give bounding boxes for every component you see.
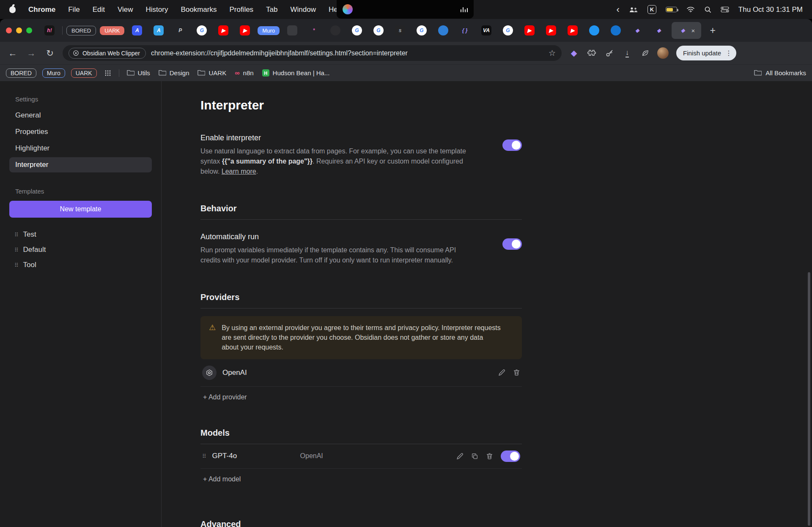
url-text[interactable]: chrome-extension://cnjifjpddelmedmihgije… [151, 49, 543, 57]
template-item[interactable]: ⠿ Test [9, 227, 152, 242]
tab[interactable]: ◆ [628, 22, 646, 39]
bookmark-group-chip[interactable]: UARK [71, 68, 97, 78]
enable-interpreter-toggle[interactable] [502, 139, 522, 151]
menubar-app-name[interactable]: Chrome [28, 5, 55, 14]
browser-menu-icon[interactable]: ⋮ [725, 49, 732, 57]
tab-close-icon[interactable]: × [691, 27, 695, 34]
tab[interactable] [62, 26, 63, 35]
menubar-item[interactable]: File [68, 5, 80, 14]
tab[interactable]: ▶ [236, 22, 254, 39]
bookmark-item[interactable]: Utils [127, 69, 150, 77]
minimize-window-button[interactable] [16, 27, 22, 33]
keyboard-app-icon[interactable]: K [647, 5, 656, 14]
chevron-left-icon[interactable]: ‹ [617, 5, 620, 14]
apple-logo-icon[interactable] [9, 6, 16, 13]
menubar-clock[interactable]: Thu Oct 30 1:31 PM [738, 5, 803, 14]
menubar-item[interactable]: Edit [93, 5, 105, 14]
new-template-button[interactable]: New template [9, 201, 152, 218]
menubar-item[interactable]: Window [291, 5, 316, 14]
drag-handle-icon[interactable]: ⠿ [202, 453, 206, 459]
tab[interactable] [585, 22, 603, 39]
tab[interactable]: ◆ [650, 22, 668, 39]
bookmark-item[interactable]: UARK [198, 69, 226, 77]
sidebar-nav-item[interactable]: Highlighter [9, 141, 152, 156]
add-model-button[interactable]: + Add model [203, 475, 241, 483]
control-center-icon[interactable] [721, 6, 729, 13]
bookmark-group-chip[interactable]: Muro [42, 68, 65, 78]
automatically-run-toggle[interactable] [502, 238, 522, 250]
extension-chip[interactable]: Obsidian Web Clipper [69, 48, 146, 59]
tab[interactable]: ▶ [214, 22, 232, 39]
tab[interactable]: G [193, 22, 211, 39]
tab[interactable]: * [305, 22, 323, 39]
menubar-item[interactable]: Bookmarks [181, 5, 217, 14]
add-provider-button[interactable]: + Add provider [203, 393, 247, 401]
tab[interactable] [326, 22, 344, 39]
reload-button[interactable]: ↻ [44, 48, 56, 58]
menubar-item[interactable]: Tab [266, 5, 277, 14]
tab[interactable]: VA [477, 22, 495, 39]
tab[interactable]: BORED [66, 22, 96, 39]
profile-avatar[interactable] [657, 47, 669, 59]
tab-group-label[interactable]: Muro [258, 26, 280, 35]
tab[interactable]: ▶ [564, 22, 582, 39]
tab[interactable]: G [413, 22, 431, 39]
tab[interactable]: G [370, 22, 387, 39]
bookmark-item[interactable]: H Hudson Bean | Ha... [262, 69, 330, 76]
menubar-item[interactable]: View [118, 5, 133, 14]
tab[interactable] [434, 22, 452, 39]
menubar-app-icon[interactable] [343, 4, 353, 14]
all-bookmarks[interactable]: All Bookmarks [754, 69, 806, 77]
template-item[interactable]: ⠿ Default [9, 242, 152, 257]
tab[interactable]: P [171, 22, 189, 39]
address-bar[interactable]: Obsidian Web Clipper chrome-extension://… [63, 45, 562, 61]
tab[interactable]: ▶ [542, 22, 560, 39]
duplicate-model-icon[interactable] [471, 453, 478, 460]
extensions-puzzle-icon[interactable] [586, 49, 597, 57]
tab[interactable]: Muro [258, 22, 280, 39]
sidebar-nav-item[interactable]: Properties [9, 124, 152, 139]
tab[interactable]: UARK [100, 22, 124, 39]
tab[interactable]: + [705, 22, 720, 39]
menubar-item[interactable]: History [145, 5, 168, 14]
tab[interactable] [607, 22, 625, 39]
audio-bars-icon[interactable] [461, 6, 468, 12]
tab[interactable]: ▶ [521, 22, 538, 39]
learn-more-link[interactable]: Learn more [222, 168, 256, 175]
people-icon[interactable] [629, 7, 638, 13]
download-icon[interactable]: ↓ [622, 49, 633, 57]
password-key-icon[interactable] [604, 49, 615, 57]
tab-group-label[interactable]: UARK [100, 26, 124, 35]
tab[interactable]: { } [456, 22, 474, 39]
bookmark-item[interactable]: Design [159, 69, 189, 77]
sidebar-nav-item[interactable]: General [9, 108, 152, 123]
finish-update-button[interactable]: Finish update ⋮ [676, 46, 736, 60]
drag-handle-icon[interactable]: ⠿ [14, 232, 19, 238]
template-item[interactable]: ⠿ Tool [9, 257, 152, 273]
tab[interactable]: G [499, 22, 517, 39]
menubar-item[interactable]: Profiles [229, 5, 253, 14]
back-button[interactable]: ← [7, 48, 19, 58]
obsidian-extension-icon[interactable]: ◆ [568, 48, 579, 58]
sidebar-nav-item[interactable]: Interpreter [9, 157, 152, 172]
tab[interactable]: s [391, 22, 409, 39]
tab[interactable]: A [128, 22, 146, 39]
search-icon[interactable] [704, 6, 711, 13]
battery-icon[interactable] [666, 7, 677, 12]
delete-provider-icon[interactable] [513, 369, 520, 376]
wifi-icon[interactable] [686, 6, 695, 13]
bookmark-group-chip[interactable]: BORED [6, 68, 36, 78]
bookmark-item[interactable]: ∞ n8n [235, 69, 253, 76]
page-scrollbar[interactable] [808, 272, 810, 526]
eco-leaf-icon[interactable] [639, 49, 650, 57]
edit-provider-icon[interactable] [498, 369, 505, 376]
tab-group-label[interactable]: BORED [66, 26, 96, 35]
bookmark-star-icon[interactable]: ☆ [549, 48, 556, 58]
model-toggle[interactable] [501, 451, 520, 462]
tab[interactable]: h! [41, 22, 58, 39]
drag-handle-icon[interactable]: ⠿ [14, 262, 19, 268]
zoom-window-button[interactable] [26, 27, 32, 33]
tab[interactable] [283, 22, 301, 39]
edit-model-icon[interactable] [456, 453, 464, 460]
close-window-button[interactable] [6, 27, 12, 33]
